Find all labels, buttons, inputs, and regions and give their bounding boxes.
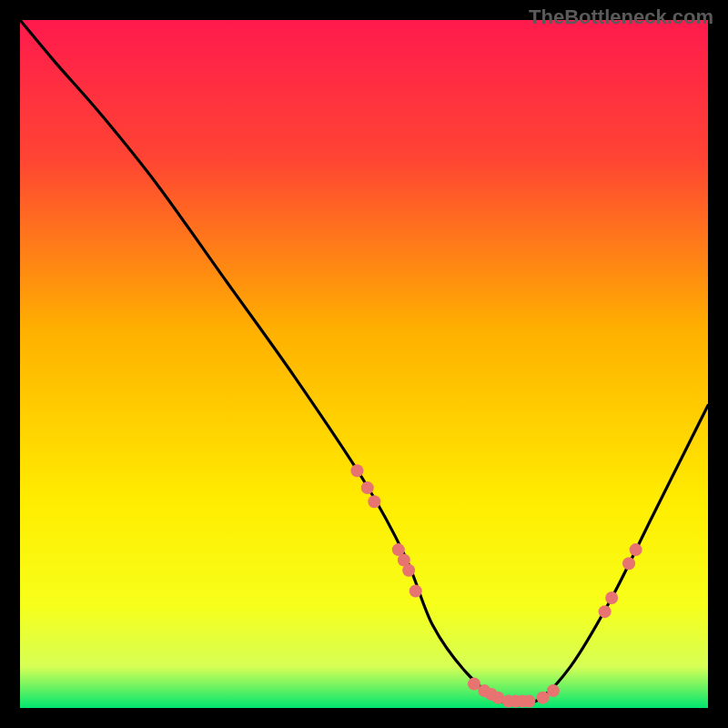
data-marker: [605, 592, 618, 604]
data-marker: [622, 557, 635, 570]
data-marker: [599, 605, 612, 618]
watermark-text: TheBottleneck.com: [529, 5, 713, 29]
data-marker: [402, 564, 415, 577]
data-marker: [368, 495, 380, 508]
plot-area: [20, 20, 708, 708]
data-marker: [522, 694, 535, 707]
data-marker: [410, 584, 422, 597]
data-marker: [547, 684, 560, 697]
data-marker: [361, 481, 374, 494]
chart-container: TheBottleneck.com: [0, 0, 728, 728]
gradient-background: [20, 20, 708, 708]
data-marker: [630, 543, 642, 556]
chart-svg: [20, 20, 708, 708]
data-marker: [350, 464, 363, 477]
